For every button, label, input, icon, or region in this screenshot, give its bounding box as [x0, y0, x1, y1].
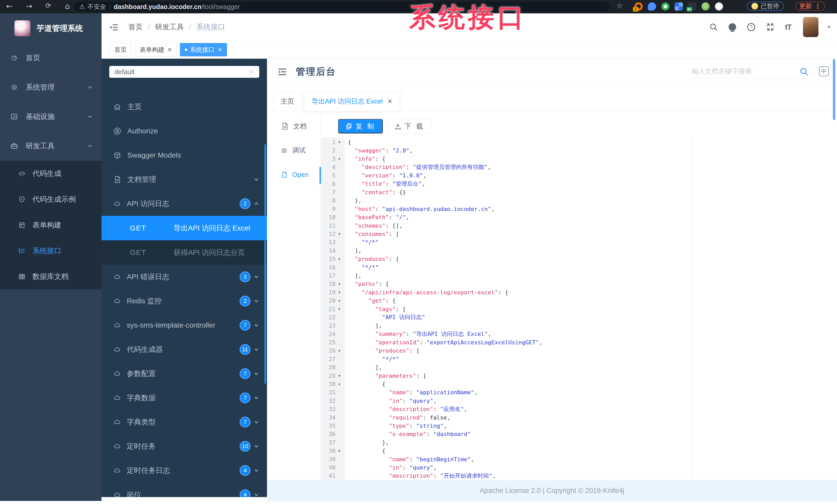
fold-caret-icon[interactable]: ▾	[336, 449, 343, 453]
code-content: "in": "query",	[343, 398, 437, 404]
home-icon[interactable]: ⌂	[65, 2, 70, 11]
close-icon[interactable]: ✕	[387, 98, 392, 105]
back-icon[interactable]: ←	[6, 2, 13, 11]
github-icon[interactable]	[728, 23, 737, 32]
avatar-caret-icon[interactable]: ▾	[828, 24, 831, 30]
fold-caret-icon[interactable]: ▾	[336, 231, 343, 236]
code-line: 38▾ {	[321, 447, 833, 455]
doc-tab[interactable]: 导出API 访问日志 Excel✕	[304, 92, 400, 111]
knife4j-item-api-error-log[interactable]: API 错误日志3	[102, 265, 267, 289]
knife4j-item-label: 主页	[127, 102, 142, 112]
line-number: 28	[321, 364, 336, 371]
avatar[interactable]	[803, 17, 818, 37]
doc-search-icon[interactable]	[799, 67, 809, 76]
fold-caret-icon[interactable]: ▾	[336, 282, 343, 286]
breadcrumb-item[interactable]: 研发工具	[155, 22, 184, 32]
nav-item-doc[interactable]: 文档	[281, 120, 307, 132]
code-line: 22 "API 访问日志"	[321, 313, 833, 321]
paused-badge[interactable]: 已暂停	[747, 2, 784, 11]
extension-monkey-icon[interactable]	[701, 2, 710, 11]
knife4j-item-cron-job-log[interactable]: 定时任务日志4	[102, 459, 267, 483]
sidebar-subitem-system-api[interactable]: 系统接口	[0, 238, 102, 264]
doc-tab[interactable]: 主页	[273, 92, 302, 111]
extension-green-icon[interactable]	[661, 2, 670, 11]
browser-menu-icon[interactable]: ⋮	[814, 2, 821, 10]
sidebar-scrollbar[interactable]	[264, 144, 266, 384]
sidebar-fold-icon[interactable]	[109, 23, 119, 32]
line-number: 4	[321, 164, 336, 170]
knife4j-item-dict-type[interactable]: 字典类型7	[102, 410, 267, 434]
breadcrumb-item[interactable]: 首页	[128, 22, 143, 32]
fold-caret-icon[interactable]: ▾	[336, 290, 343, 295]
knife4j-item-home[interactable]: 主页	[102, 95, 267, 119]
fold-caret-icon[interactable]: ▾	[336, 373, 343, 378]
close-icon[interactable]: ✕	[218, 46, 222, 53]
fold-caret-icon[interactable]: ▾	[336, 298, 343, 303]
sidebar-subitem-codegen-demo[interactable]: 代码生成示例	[0, 186, 102, 212]
knife4j-item-code-generator[interactable]: 代码生成器11	[102, 337, 267, 361]
nav-item-debug[interactable]: 调试	[281, 145, 306, 156]
knife4j-item-doc-manage[interactable]: 文档管理	[102, 167, 267, 192]
knife4j-item-param-config[interactable]: 参数配置7	[102, 361, 267, 386]
page-scrollbar[interactable]	[833, 59, 835, 120]
code-line: 31 "name": "applicationName",	[321, 388, 833, 397]
sidebar-subitem-codegen[interactable]: 代码生成	[0, 161, 102, 186]
knife4j-item-redis-monitor[interactable]: Redis 监控2	[102, 289, 267, 313]
sidebar-subitem-db-doc[interactable]: 数据库文档	[0, 264, 102, 290]
code-content: "x-example": "dashboard"	[343, 431, 471, 437]
sidebar-item-devtools[interactable]: 研发工具	[0, 131, 102, 161]
knife4j-item-post[interactable]: 岗位4	[102, 483, 267, 497]
extension-pin-icon[interactable]	[648, 2, 656, 11]
line-number: 22	[321, 314, 336, 321]
update-button[interactable]: 更新 ⋮	[795, 2, 825, 11]
extension-grid-icon[interactable]	[675, 2, 683, 11]
sidebar-item-system[interactable]: 系统管理	[0, 73, 102, 102]
fold-caret-icon[interactable]: ▾	[336, 257, 343, 261]
fold-caret-icon[interactable]: ▾	[336, 307, 343, 311]
fold-caret-icon[interactable]: ▾	[336, 349, 343, 353]
code-content: "*/*"	[343, 239, 378, 245]
sidebar-subitem-form-builder[interactable]: 表单构建	[0, 212, 102, 238]
fold-caret-icon[interactable]: ▾	[336, 382, 343, 387]
close-icon[interactable]: ✕	[167, 46, 172, 53]
code-content: "tags": [	[343, 306, 406, 312]
knife4j-item-sys-sms-template-controller[interactable]: sys-sms-template-controller7	[102, 313, 267, 337]
knife4j-item-label: Redis 监控	[127, 296, 162, 306]
group-select[interactable]: default	[109, 66, 259, 78]
knife4j-item-api-access-log[interactable]: API 访问日志2	[102, 192, 267, 216]
tagview-tab[interactable]: 表单构建✕	[135, 43, 177, 56]
doc-search-input[interactable]	[690, 64, 801, 78]
extension-flower-icon[interactable]	[715, 2, 723, 11]
knife4j-item-authorize[interactable]: Authorize	[102, 119, 267, 143]
extension-orange-icon[interactable]: 1	[635, 2, 643, 11]
sidebar-item-home[interactable]: 首页	[0, 43, 102, 73]
knife4j-item-dict-data[interactable]: 字典数据7	[102, 386, 267, 410]
logo-row[interactable]: 芋道管理系统	[0, 13, 102, 43]
extension-dark-icon[interactable]: 6n	[688, 2, 696, 11]
tagview-tab[interactable]: 系统接口✕	[180, 43, 227, 56]
chevron-down-icon	[253, 177, 259, 182]
bookmark-star-icon[interactable]: ☆	[617, 2, 623, 10]
knife4j-item-cron-job[interactable]: 定时任务10	[102, 434, 267, 459]
fold-caret-icon[interactable]: ▾	[336, 156, 343, 161]
knife4j-item-swagger-models[interactable]: Swagger Models	[102, 143, 267, 167]
code-line: 29▾ "parameters": [	[321, 372, 833, 380]
language-toggle[interactable]: 中	[819, 67, 829, 76]
copy-button[interactable]: 复 制	[338, 119, 383, 133]
address-bar[interactable]: ⚠ 不安全 dashboard.yudao.iocoder.cn/tool/sw…	[74, 2, 610, 12]
nav-item-open[interactable]: Open	[281, 169, 309, 180]
fullscreen-icon[interactable]	[766, 23, 774, 32]
api-operation-export-api-access-log-excel[interactable]: GET导出API 访问日志 Excel	[102, 216, 267, 240]
help-icon[interactable]: ?	[747, 23, 755, 32]
sidebar-item-infra[interactable]: 基础设施	[0, 102, 102, 131]
tagview-tab[interactable]: 首页	[109, 43, 132, 56]
forward-icon[interactable]: →	[26, 2, 32, 11]
download-button[interactable]: 下 载	[387, 119, 431, 133]
collapse-menu-icon[interactable]	[277, 67, 287, 77]
code-editor[interactable]: 1▾{2 "swagger": "2.0",3▾ "info": {4 "des…	[321, 137, 833, 480]
reload-icon[interactable]: ⟳	[46, 2, 51, 10]
font-size-icon[interactable]: tT	[785, 23, 791, 32]
api-operation-get-api-access-log-page[interactable]: GET获得API 访问日志分页	[102, 240, 267, 265]
header-search-icon[interactable]	[709, 23, 718, 32]
fold-caret-icon[interactable]: ▾	[336, 140, 343, 145]
